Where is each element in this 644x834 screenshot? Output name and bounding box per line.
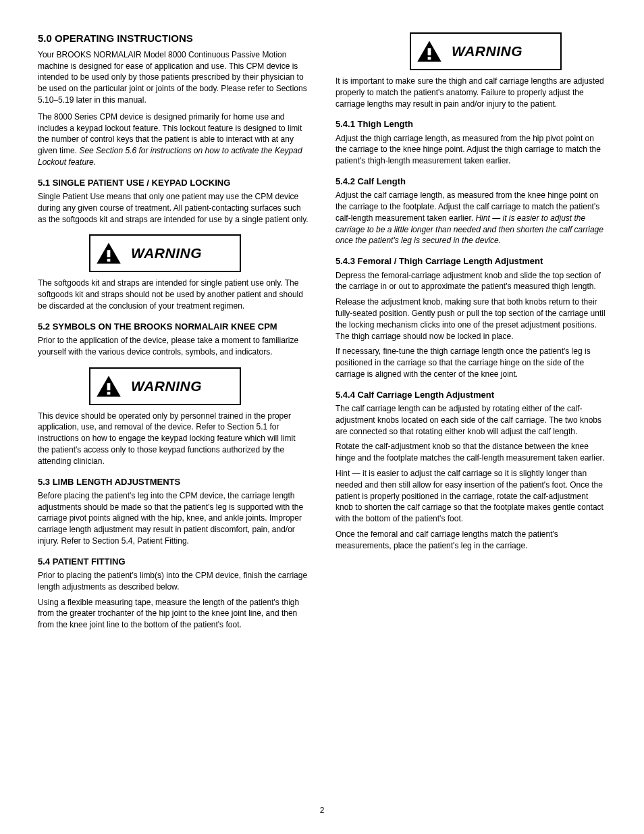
page: 5.0 OPERATING INSTRUCTIONS Your BROOKS N…: [0, 0, 644, 834]
subsection-5-4-4-paragraph-2: Rotate the calf-adjustment knob so that …: [336, 441, 606, 464]
left-column: 5.0 OPERATING INSTRUCTIONS Your BROOKS N…: [38, 32, 308, 636]
warning-label-2: WARNING: [131, 378, 202, 394]
warning-box-2: WARNING: [89, 367, 241, 405]
svg-rect-8: [428, 57, 431, 59]
svg-rect-7: [428, 48, 431, 55]
intro-paragraph-1: Your BROOKS NORMALAIR Model 8000 Continu…: [38, 49, 308, 106]
intro-paragraph-2: The 8000 Series CPM device is designed p…: [38, 111, 308, 168]
section-title: 5.0 OPERATING INSTRUCTIONS: [38, 32, 308, 45]
subsection-5-4-4-paragraph-3: Hint — it is easier to adjust the calf c…: [336, 468, 606, 525]
subsection-5-2-paragraph: Prior to the application of the device, …: [38, 335, 308, 358]
warning-box-1: WARNING: [89, 234, 241, 272]
subsection-5-3-paragraph: Before placing the patient's leg into th…: [38, 490, 308, 547]
subsection-5-1-title: 5.1 SINGLE PATIENT USE / KEYPAD LOCKING: [38, 178, 308, 188]
subsection-5-4-3-paragraph-2: Release the adjustment knob, making sure…: [336, 296, 606, 342]
subsection-5-4-1-paragraph: Adjust the thigh carriage length, as mea…: [336, 133, 606, 167]
warning-icon: [417, 40, 442, 63]
subsection-5-4-2-title: 5.4.2 Calf Length: [336, 176, 606, 187]
intro-paragraph-2-reference: See Section 5.6 for instructions on how …: [38, 146, 302, 167]
subsection-5-4-3-paragraph-1: Depress the femoral-carriage adjustment …: [336, 270, 606, 293]
subsection-5-3-title: 5.3 LIMB LENGTH ADJUSTMENTS: [38, 477, 308, 488]
subsection-5-4-4-paragraph-4: Once the femoral and calf carriage lengt…: [336, 529, 606, 552]
right-column: WARNING It is important to make sure the…: [336, 32, 606, 636]
subsection-5-4-2-paragraph: Adjust the calf carriage length, as meas…: [336, 190, 606, 246]
warning-1-paragraph: The softgoods kit and straps are intende…: [38, 278, 308, 311]
subsection-5-4-1-title: 5.4.1 Thigh Length: [336, 119, 606, 130]
warning-label-1: WARNING: [131, 245, 202, 261]
warning-box-3: WARNING: [410, 32, 562, 70]
warning-icon: [96, 375, 122, 398]
warning-label-3: WARNING: [452, 43, 522, 59]
subsection-5-4-4-title: 5.4.4 Calf Carriage Length Adjustment: [336, 390, 606, 400]
subsection-5-2-title: 5.2 SYMBOLS ON THE BROOKS NORMALAIR KNEE…: [38, 321, 308, 332]
two-column-layout: 5.0 OPERATING INSTRUCTIONS Your BROOKS N…: [38, 32, 606, 636]
subsection-5-1-paragraph: Single Patient Use means that only one p…: [38, 191, 308, 225]
svg-rect-2: [107, 259, 111, 262]
subsection-5-4-4-paragraph-1: The calf carriage length can be adjusted…: [336, 403, 606, 437]
warning-2-paragraph: This device should be operated only by p…: [38, 411, 308, 467]
warning-3-paragraph: It is important to make sure the thigh a…: [336, 76, 606, 109]
subsection-5-4-paragraph-1: Prior to placing the patient's limb(s) i…: [38, 570, 308, 593]
page-number: 2: [0, 806, 644, 815]
svg-rect-5: [107, 392, 111, 394]
svg-rect-1: [107, 251, 111, 258]
subsection-5-4-title: 5.4 PATIENT FITTING: [38, 556, 308, 567]
svg-rect-4: [107, 383, 111, 390]
warning-icon: [96, 242, 122, 265]
subsection-5-4-3-paragraph-3: If necessary, fine-tune the thigh carria…: [336, 346, 606, 380]
subsection-5-4-paragraph-2: Using a flexible measuring tape, measure…: [38, 597, 308, 631]
subsection-5-4-3-title: 5.4.3 Femoral / Thigh Carriage Length Ad…: [336, 256, 606, 267]
